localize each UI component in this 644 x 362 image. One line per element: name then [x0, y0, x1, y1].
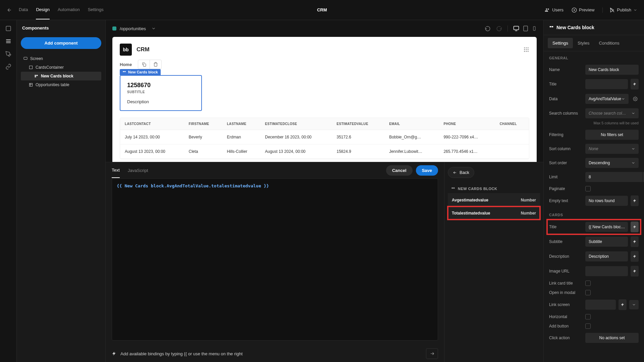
card-title-input[interactable]	[585, 222, 628, 232]
submit-icon[interactable]	[426, 348, 438, 359]
add-button-checkbox[interactable]	[585, 323, 591, 329]
bolt-icon[interactable]	[631, 195, 639, 206]
sort-column-select[interactable]: None	[585, 144, 639, 154]
prop-search-columns: Search columns Choose search col…	[544, 106, 644, 120]
th-phone: PHONE	[439, 118, 495, 130]
chevron-down-icon[interactable]	[151, 26, 156, 31]
title-input[interactable]	[585, 79, 628, 89]
link-card-title-checkbox[interactable]	[585, 281, 591, 286]
rtab-settings[interactable]: Settings	[548, 38, 573, 48]
rail-links-icon[interactable]	[5, 64, 11, 70]
home-nav[interactable]: Home	[120, 62, 132, 67]
bolt-icon[interactable]	[631, 236, 639, 247]
back-button[interactable]: Back	[448, 167, 474, 178]
selection-label-text: New Cards block	[128, 70, 158, 74]
stepper-down-icon[interactable]: ▼	[643, 176, 644, 181]
search-columns-select[interactable]: Choose search col…	[585, 108, 639, 118]
publish-button[interactable]: Publish	[602, 7, 637, 13]
prop-label: Title	[549, 225, 583, 229]
limit-input[interactable]	[585, 172, 642, 182]
tab-design[interactable]: Design	[36, 0, 49, 19]
prop-label: Data	[549, 97, 583, 101]
bolt-icon[interactable]	[631, 79, 639, 89]
rail-theme-icon[interactable]	[5, 51, 11, 57]
prop-title: Title	[544, 77, 644, 92]
screen-icon	[23, 57, 28, 61]
th-email: EMAIL	[384, 118, 439, 130]
prop-limit: Limit ▲▼	[544, 170, 644, 184]
redo-icon[interactable]	[496, 25, 502, 32]
prop-subtitle: Subtitle	[544, 234, 644, 249]
cancel-button[interactable]: Cancel	[386, 165, 413, 176]
description-input[interactable]	[585, 251, 628, 261]
rail-layout-icon[interactable]	[5, 25, 11, 32]
filtering-button[interactable]: No filters set	[585, 130, 639, 140]
tree-node-opportunities-table[interactable]: Opportunities table	[21, 80, 101, 89]
paginate-checkbox[interactable]	[585, 186, 591, 191]
duplicate-icon[interactable]	[138, 60, 150, 69]
rtab-styles[interactable]: Styles	[573, 38, 594, 48]
bolt-icon[interactable]	[631, 222, 639, 232]
prop-sort-column: Sort column None	[544, 142, 644, 156]
subtitle-input[interactable]	[585, 237, 628, 247]
binding-row-avgestimatedvalue[interactable]: Avgestimatedvalue Number	[448, 193, 540, 206]
prop-label: Filtering	[549, 132, 583, 137]
bolt-icon[interactable]	[631, 266, 639, 277]
name-input[interactable]	[585, 65, 639, 75]
tree-node-new-cards-block[interactable]: New Cards block	[21, 72, 101, 80]
editor-tab-javascript[interactable]: JavaScript	[128, 163, 148, 178]
tab-data[interactable]: Data	[19, 0, 28, 19]
rail-components-icon[interactable]	[5, 38, 11, 44]
selected-card[interactable]: 1258670 SUBTITLE Description	[120, 75, 202, 111]
svg-point-33	[635, 98, 636, 100]
stepper-up-icon[interactable]: ▲	[643, 172, 644, 176]
code-editor[interactable]: {{ New Cards block.AvgAndTotalValue.tota…	[112, 178, 438, 341]
prop-horizontal: Horizontal	[544, 312, 644, 321]
delete-icon[interactable]	[150, 60, 161, 69]
sort-order-select[interactable]: Descending	[585, 158, 639, 168]
binding-row-totalestimatedvalue[interactable]: Totalestimatedvalue Number	[448, 206, 540, 220]
bolt-icon[interactable]	[619, 299, 627, 310]
table-row[interactable]: July 14 2023, 00:00 Beverly Erdman Decem…	[120, 130, 529, 144]
limit-stepper[interactable]: ▲▼	[585, 172, 644, 182]
save-button[interactable]: Save	[416, 165, 438, 176]
code-text: {{ New Cards block.AvgAndTotalValue.tota…	[117, 183, 269, 188]
viewport-mobile-icon[interactable]	[532, 25, 537, 32]
bolt-icon[interactable]	[631, 251, 639, 262]
editor-tab-text[interactable]: Text	[112, 163, 120, 178]
tree-node-screen[interactable]: Screen	[21, 54, 101, 63]
click-action-button[interactable]: No actions set	[585, 333, 639, 343]
preview-button[interactable]: Preview	[572, 7, 594, 13]
viewport-tablet-icon[interactable]	[523, 25, 529, 32]
gear-icon[interactable]	[631, 94, 639, 104]
tab-settings[interactable]: Settings	[88, 0, 104, 19]
screen-path[interactable]: /opportunities	[120, 26, 146, 31]
tree-node-cardscontainer[interactable]: CardsContainer	[21, 63, 101, 72]
tab-automation[interactable]: Automation	[58, 0, 80, 19]
prop-data: Data AvgAndTotalValue	[544, 92, 644, 106]
viewport-desktop-icon[interactable]	[513, 25, 519, 32]
cards-icon	[34, 74, 38, 78]
svg-rect-27	[123, 71, 124, 72]
prop-sort-order: Sort order Descending	[544, 156, 644, 170]
empty-text-input[interactable]	[585, 196, 628, 206]
table-row[interactable]: August 13 2023, 00:00 Cleta Hills-Collie…	[120, 144, 529, 159]
undo-icon[interactable]	[485, 25, 491, 32]
add-component-button[interactable]: Add component	[21, 37, 101, 49]
rtab-conditions[interactable]: Conditions	[594, 38, 624, 48]
horizontal-checkbox[interactable]	[585, 314, 591, 319]
apps-grid-icon[interactable]	[523, 47, 529, 53]
svg-rect-8	[37, 75, 38, 76]
open-in-modal-checkbox[interactable]	[585, 290, 591, 295]
link-screen-input[interactable]	[585, 300, 616, 310]
svg-point-25	[528, 51, 529, 52]
image-url-input[interactable]	[585, 266, 628, 276]
opportunities-table[interactable]: LASTCONTACT FIRSTNAME LASTNAME ESTIMATED…	[120, 118, 529, 159]
card-subtitle: SUBTITLE	[127, 90, 195, 94]
users-button[interactable]: Users	[545, 7, 564, 13]
data-select[interactable]: AvgAndTotalValue	[585, 94, 629, 104]
back-icon[interactable]	[7, 7, 12, 13]
prop-label: Sort column	[549, 146, 583, 151]
link-screen-dropdown[interactable]	[629, 300, 639, 309]
svg-rect-29	[452, 188, 453, 189]
